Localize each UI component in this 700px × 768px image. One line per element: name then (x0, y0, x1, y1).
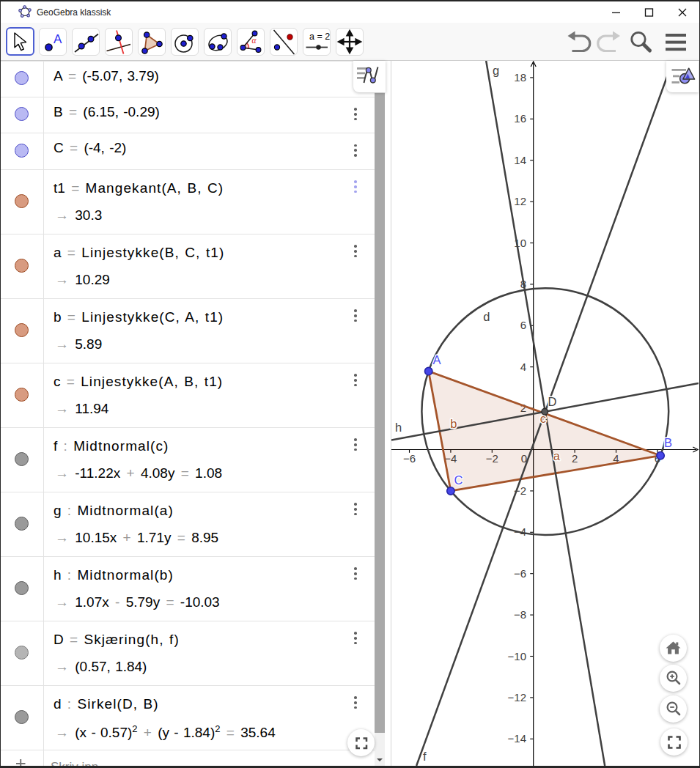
svg-text:C: C (454, 473, 463, 487)
svg-text:α: α (251, 36, 257, 45)
svg-text:18: 18 (514, 71, 526, 84)
svg-text:−8: −8 (514, 608, 526, 621)
svg-text:c: c (540, 412, 546, 425)
svg-text:−6: −6 (514, 567, 526, 580)
svg-text:d: d (483, 310, 490, 323)
svg-text:a = 2: a = 2 (309, 32, 330, 42)
svg-text:6: 6 (520, 319, 526, 331)
svg-text:−14: −14 (508, 732, 526, 745)
svg-text:A: A (433, 353, 441, 366)
svg-text:b: b (450, 417, 457, 430)
svg-text:A: A (54, 32, 62, 46)
svg-text:h: h (395, 421, 402, 434)
svg-text:f: f (423, 750, 427, 763)
svg-text:14: 14 (514, 154, 526, 166)
svg-text:D: D (548, 395, 556, 408)
svg-text:a: a (553, 449, 561, 462)
svg-text:12: 12 (514, 195, 526, 207)
svg-text:16: 16 (514, 112, 526, 125)
svg-text:−10: −10 (508, 650, 526, 662)
svg-text:−6: −6 (403, 452, 416, 465)
svg-text:−12: −12 (508, 691, 526, 704)
svg-text:4: 4 (520, 361, 526, 373)
svg-text:B: B (664, 436, 672, 449)
svg-text:g: g (493, 64, 499, 77)
